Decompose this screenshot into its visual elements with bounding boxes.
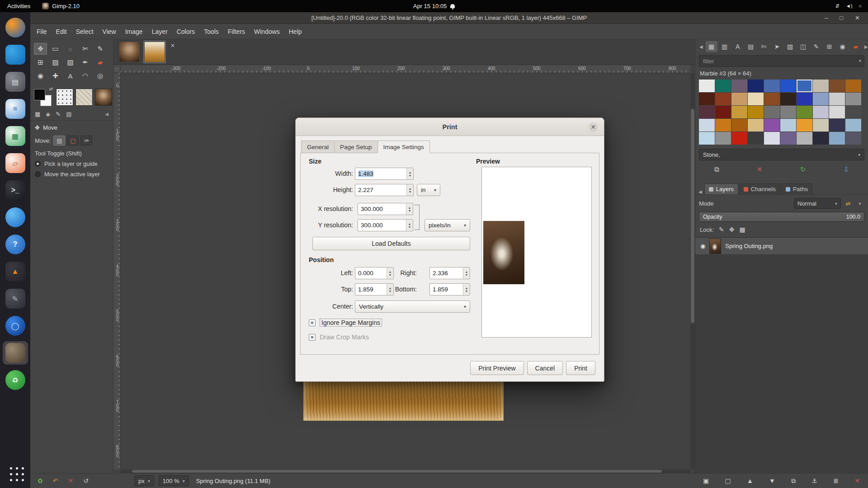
move-layer-mode-button[interactable]: ▤ (53, 136, 65, 145)
pattern-swatch[interactable] (748, 80, 764, 92)
launcher-vlc[interactable]: ▲ (3, 260, 28, 283)
pointer-tab-icon[interactable]: ➤ (771, 41, 783, 52)
device-status-tab-icon[interactable]: ◈ (46, 111, 50, 117)
patterns-tab-icon[interactable]: ▦ (706, 41, 717, 52)
launcher-chromium[interactable] (3, 206, 28, 229)
width-spinner[interactable]: ▲▼ (406, 168, 413, 179)
print-preview-button[interactable]: Print Preview (470, 361, 524, 375)
tabs-scroll-right-icon[interactable]: ▶ (863, 44, 868, 49)
delete-layer-button[interactable]: ✕ (854, 477, 860, 484)
launcher-firefox[interactable] (3, 16, 28, 39)
close-tab-icon[interactable]: ✕ (170, 42, 175, 49)
pattern-swatch[interactable] (731, 93, 747, 105)
pattern-swatch[interactable] (780, 119, 796, 131)
unit-select[interactable]: px ▾ (134, 475, 154, 486)
horizontal-scrollbar[interactable] (121, 469, 690, 473)
resolution-unit-select[interactable]: pixels/in ▾ (425, 219, 470, 231)
paintbrush-tool[interactable]: ✎ (94, 43, 107, 55)
lock-alpha-icon[interactable]: ▦ (740, 226, 745, 233)
raise-layer-button[interactable]: ▲ (747, 477, 753, 484)
lower-layer-button[interactable]: ▼ (769, 477, 775, 484)
window-titlebar[interactable]: [Untitled]-20.0 (RGB color 32-bit linear… (30, 12, 868, 24)
menu-select[interactable]: Select (71, 28, 98, 35)
palettes-tab-icon[interactable]: ▧ (784, 41, 796, 52)
document-history-tab-icon[interactable]: ▤ (745, 41, 757, 52)
buffers-tab-icon[interactable]: ✄ (758, 41, 770, 52)
duplicate-layer-button[interactable]: ⧉ (791, 477, 796, 485)
foreground-color-swatch[interactable] (34, 89, 45, 100)
center-select[interactable]: Vertically ▾ (355, 300, 470, 313)
active-pattern-thumbnail[interactable] (75, 89, 93, 106)
pattern-swatch[interactable] (764, 119, 780, 131)
pattern-swatch[interactable] (764, 93, 780, 105)
pattern-swatch[interactable] (715, 80, 731, 92)
menu-colors[interactable]: Colors (172, 28, 199, 35)
layer-row[interactable]: ◉ Spring Outing.png (695, 238, 868, 255)
y-resolution-input[interactable]: 300.000 ▲▼ (358, 219, 413, 231)
pattern-swatch[interactable] (845, 106, 861, 118)
pattern-swatch[interactable] (748, 93, 764, 105)
launcher-vscode[interactable] (3, 43, 28, 66)
image-tab-untitled[interactable] (143, 41, 166, 63)
pattern-tag-select[interactable]: Stone, ▾ (699, 149, 864, 160)
opacity-slider[interactable]: Opacity 100.0 (699, 212, 864, 222)
pattern-swatch[interactable] (764, 132, 780, 145)
eraser-tool[interactable]: ▰ (94, 56, 107, 68)
horizontal-ruler[interactable]: -300-200-1000100200300400500600700800 (121, 65, 690, 73)
chevron-down-icon[interactable]: ▾ (855, 198, 864, 208)
move-path-mode-button[interactable]: ✑ (80, 136, 92, 145)
zoom-tool[interactable]: ◎ (94, 70, 107, 82)
pattern-swatch[interactable] (797, 93, 812, 105)
draw-crop-marks-checkbox[interactable]: ✕ Draw Crop Marks (309, 333, 369, 341)
dialog-tab-page-setup[interactable]: Page Setup (334, 141, 377, 153)
pattern-swatch[interactable] (699, 80, 715, 92)
menu-layer[interactable]: Layer (147, 28, 172, 35)
save-tool-preset-button[interactable]: ✿ (38, 477, 43, 484)
height-spinner[interactable]: ▲▼ (406, 184, 413, 196)
pattern-swatch[interactable] (748, 106, 764, 118)
horizontal-scrollbar-handle[interactable] (132, 470, 662, 473)
width-input[interactable]: 1.483 ▲▼ (355, 168, 414, 180)
right-spinner[interactable]: ▲▼ (463, 267, 470, 279)
load-defaults-button[interactable]: Load Defaults (312, 237, 470, 250)
pattern-swatch[interactable] (813, 80, 829, 92)
launcher-libreoffice-impress[interactable]: ▱ (3, 151, 28, 175)
open-pattern-button[interactable]: ⇩ (844, 165, 849, 174)
pattern-swatch[interactable] (829, 132, 845, 145)
pattern-swatch[interactable] (699, 119, 715, 131)
pattern-swatch[interactable] (845, 93, 861, 105)
ignore-page-margins-checkbox[interactable]: ✕ Ignore Page Margins (309, 319, 382, 327)
panel-resize-grip[interactable]: ···· (695, 177, 868, 181)
pattern-swatch[interactable] (699, 93, 715, 105)
pattern-swatch[interactable] (829, 93, 845, 105)
pattern-swatch[interactable] (748, 119, 764, 131)
pattern-swatch[interactable] (845, 119, 861, 131)
pattern-swatch[interactable] (780, 106, 796, 118)
tabs-scroll-left-icon[interactable]: ◀ (698, 44, 704, 49)
vertical-scrollbar-handle[interactable] (691, 109, 694, 323)
pattern-swatch[interactable] (731, 132, 747, 145)
vertical-scrollbar[interactable] (690, 73, 695, 469)
launcher-browser-ring[interactable]: ◯ (3, 314, 28, 338)
pattern-swatch[interactable] (797, 119, 812, 131)
pattern-swatch[interactable] (813, 132, 829, 145)
clock-menu[interactable]: Apr 15 10:05 (0, 3, 868, 9)
image-tab-spring-outing[interactable] (118, 41, 141, 63)
pattern-swatch[interactable] (715, 119, 731, 131)
bottom-spinner[interactable]: ▲▼ (463, 284, 470, 295)
launcher-terminal[interactable]: >_ (3, 178, 28, 202)
menu-windows[interactable]: Windows (250, 28, 284, 35)
brushes-tab-icon[interactable]: ✎ (811, 41, 822, 52)
pattern-swatch[interactable] (813, 106, 829, 118)
tab-layers[interactable]: Layers (704, 183, 738, 194)
chevron-down-icon[interactable]: ▾ (859, 58, 861, 63)
menu-edit[interactable]: Edit (52, 28, 71, 35)
scissors-select-tool[interactable]: ✄ (79, 43, 92, 55)
pattern-swatch[interactable] (715, 132, 731, 145)
launcher-libreoffice-writer[interactable]: ≡ (3, 97, 28, 121)
rectangle-select-tool[interactable]: ▭ (49, 43, 62, 55)
dialog-tab-image-settings[interactable]: Image Settings (377, 141, 430, 153)
maximize-button[interactable]: □ (840, 14, 843, 21)
pattern-swatch[interactable] (813, 93, 829, 105)
color-picker-tool[interactable]: ◉ (34, 70, 47, 82)
